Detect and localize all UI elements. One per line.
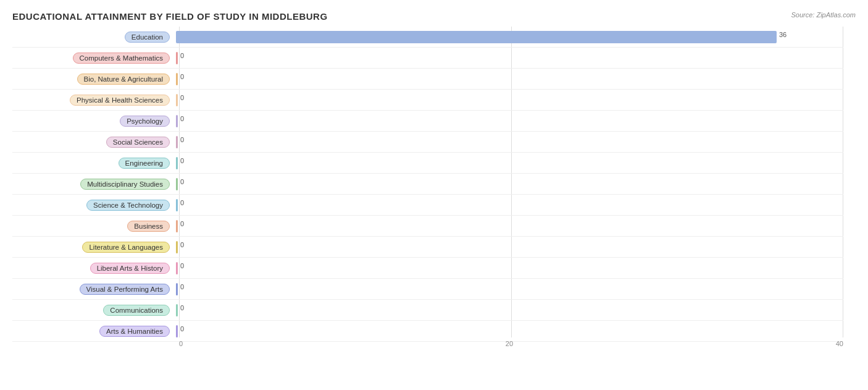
label-pill: Engineering	[119, 158, 170, 169]
bar-row: Multidisciplinary Studies0	[12, 174, 843, 195]
source-label: Source: ZipAtlas.com	[791, 11, 856, 19]
bar-row: Business0	[12, 216, 843, 237]
bar-row: Communications0	[12, 300, 843, 321]
bar-value: 0	[180, 220, 184, 227]
bar-fill: 0	[176, 136, 178, 148]
bar-label: Communications	[12, 305, 176, 316]
label-pill: Education	[125, 32, 170, 43]
bar-fill: 0	[176, 94, 178, 106]
bar-row: Engineering0	[12, 153, 843, 174]
bar-value: 0	[180, 283, 184, 290]
bar-value: 0	[180, 304, 184, 312]
x-label-20: 20	[506, 340, 513, 347]
bar-label: Psychology	[12, 116, 176, 127]
label-pill: Psychology	[120, 116, 170, 127]
label-pill: Visual & Performing Arts	[80, 284, 170, 295]
bar-label: Business	[12, 221, 176, 232]
bar-label: Physical & Health Sciences	[12, 95, 176, 106]
bar-track: 0	[176, 237, 843, 257]
bar-value: 0	[180, 325, 184, 333]
bar-label: Science & Technology	[12, 200, 176, 211]
bar-track: 0	[176, 258, 843, 278]
bar-track: 0	[176, 216, 843, 236]
bar-fill: 0	[176, 325, 178, 337]
label-pill: Liberal Arts & History	[90, 263, 170, 274]
bar-fill: 0	[176, 220, 178, 232]
label-pill: Social Sciences	[106, 137, 170, 148]
bar-label: Social Sciences	[12, 137, 176, 148]
bar-label: Multidisciplinary Studies	[12, 179, 176, 190]
bar-row: Computers & Mathematics0	[12, 48, 843, 69]
chart-container: EDUCATIONAL ATTAINMENT BY FIELD OF STUDY…	[0, 0, 868, 390]
bar-fill: 0	[176, 262, 178, 274]
bar-track: 0	[176, 111, 843, 131]
bar-fill: 0	[176, 115, 178, 127]
bar-row: Liberal Arts & History0	[12, 258, 843, 279]
bar-row: Science & Technology0	[12, 195, 843, 216]
bar-fill: 0	[176, 157, 178, 169]
x-label-40: 40	[836, 340, 843, 347]
label-pill: Physical & Health Sciences	[70, 95, 170, 106]
bar-label: Bio, Nature & Agricultural	[12, 74, 176, 85]
bar-label: Liberal Arts & History	[12, 263, 176, 274]
bar-fill: 0	[176, 178, 178, 190]
bar-track: 0	[176, 48, 843, 68]
bar-row: Physical & Health Sciences0	[12, 90, 843, 111]
bar-value: 36	[779, 31, 787, 38]
label-pill: Computers & Mathematics	[73, 53, 170, 64]
bar-label: Literature & Languages	[12, 242, 176, 253]
bar-value: 0	[180, 241, 184, 248]
bar-label: Education	[12, 32, 176, 43]
bar-fill: 36	[176, 31, 777, 43]
bar-value: 0	[180, 157, 184, 164]
bar-value: 0	[180, 73, 184, 80]
label-pill: Communications	[103, 305, 170, 316]
bar-label: Engineering	[12, 158, 176, 169]
bar-value: 0	[180, 178, 184, 185]
bar-fill: 0	[176, 283, 178, 295]
chart-area: Education36Computers & Mathematics0Bio, …	[12, 27, 856, 356]
bar-value: 0	[180, 52, 184, 59]
bar-row: Literature & Languages0	[12, 237, 843, 258]
bar-row: Visual & Performing Arts0	[12, 279, 843, 300]
label-pill: Literature & Languages	[82, 242, 170, 253]
label-pill: Business	[127, 221, 170, 232]
bar-track: 0	[176, 279, 843, 299]
bar-value: 0	[180, 94, 184, 101]
bar-fill: 0	[176, 52, 178, 64]
bar-track: 0	[176, 174, 843, 194]
bar-track: 36	[176, 27, 843, 47]
bar-label: Computers & Mathematics	[12, 53, 176, 64]
bar-fill: 0	[176, 199, 178, 211]
bar-value: 0	[180, 262, 184, 269]
bar-track: 0	[176, 90, 843, 110]
bar-track: 0	[176, 300, 843, 320]
bar-track: 0	[176, 69, 843, 89]
bar-track: 0	[176, 132, 843, 152]
bar-value: 0	[180, 115, 184, 122]
bar-row: Education36	[12, 27, 843, 48]
bar-row: Psychology0	[12, 111, 843, 132]
bar-fill: 0	[176, 241, 178, 253]
bar-track: 0	[176, 195, 843, 215]
bar-label: Arts & Humanities	[12, 326, 176, 337]
label-pill: Bio, Nature & Agricultural	[77, 74, 170, 85]
bar-fill: 0	[176, 304, 178, 316]
bar-fill: 0	[176, 73, 178, 85]
bars-container: Education36Computers & Mathematics0Bio, …	[12, 27, 843, 337]
chart-title: EDUCATIONAL ATTAINMENT BY FIELD OF STUDY…	[12, 11, 856, 22]
x-label-0: 0	[179, 340, 183, 347]
label-pill: Multidisciplinary Studies	[80, 179, 170, 190]
bar-value: 0	[180, 199, 184, 206]
label-pill: Arts & Humanities	[99, 326, 170, 337]
bar-track: 0	[176, 153, 843, 173]
x-axis: 0 20 40	[179, 337, 843, 356]
bar-value: 0	[180, 136, 184, 143]
bar-label: Visual & Performing Arts	[12, 284, 176, 295]
bar-row: Social Sciences0	[12, 132, 843, 153]
label-pill: Science & Technology	[86, 200, 170, 211]
bar-row: Bio, Nature & Agricultural0	[12, 69, 843, 90]
